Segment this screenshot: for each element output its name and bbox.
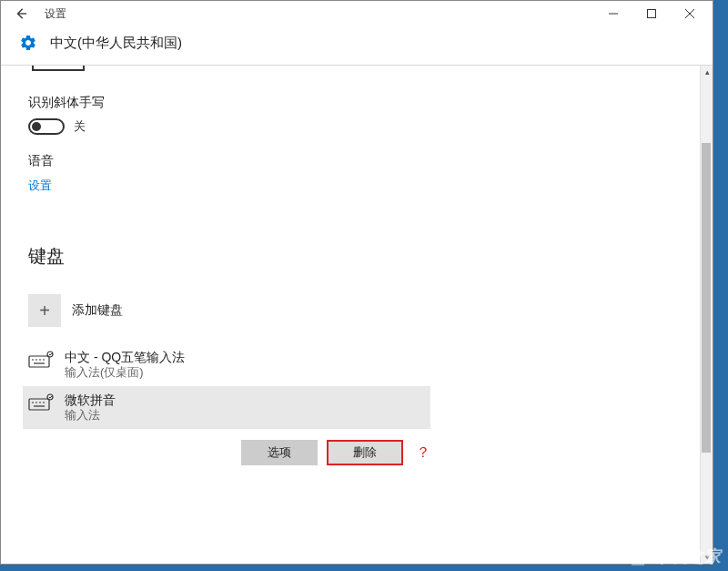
partial-element: [32, 66, 85, 71]
ime-item-ms-pinyin[interactable]: 微软拼音 输入法: [23, 386, 430, 429]
content-area: 识别斜体手写 关 语音 设置 键盘 + 添加键盘: [1, 66, 713, 564]
ime-name: 中文 - QQ五笔输入法: [65, 349, 185, 365]
voice-settings-link[interactable]: 设置: [28, 178, 52, 194]
add-keyboard-row[interactable]: + 添加键盘: [28, 294, 685, 327]
page-title: 中文(中华人民共和国): [50, 35, 182, 52]
svg-rect-11: [29, 399, 49, 410]
maximize-button[interactable]: [632, 1, 671, 26]
page-header: 中文(中华人民共和国): [1, 26, 713, 66]
ime-item-qq[interactable]: 中文 - QQ五笔输入法 输入法(仅桌面): [28, 343, 685, 386]
ime-actions: 选项 删除 ？: [28, 429, 430, 465]
toggle-knob: [32, 122, 41, 131]
window-controls: [594, 1, 709, 26]
options-button[interactable]: 选项: [241, 440, 318, 465]
scroll-up-icon[interactable]: ▴: [701, 66, 713, 78]
annotation-question: ？: [416, 444, 430, 463]
gear-icon: [19, 34, 37, 52]
add-keyboard-label: 添加键盘: [72, 302, 123, 319]
handwriting-toggle[interactable]: [28, 118, 65, 135]
svg-point-10: [47, 352, 53, 357]
keyboard-heading: 键盘: [28, 244, 685, 269]
back-button[interactable]: [5, 1, 37, 26]
ime-name: 微软拼音: [65, 392, 116, 408]
svg-rect-4: [29, 356, 49, 367]
handwriting-toggle-row: 关: [28, 118, 685, 135]
keyboard-icon: [28, 393, 54, 412]
ime-subtitle: 输入法(仅桌面): [65, 365, 185, 381]
scrollbar-thumb[interactable]: [702, 143, 711, 453]
scrollbar[interactable]: ▴ ▾: [700, 66, 713, 564]
settings-window: 设置 中文(中华人民共和国) 识别斜体手写 关 语音 设置 键盘 + 添加键盘: [0, 0, 713, 565]
toggle-state-label: 关: [74, 118, 86, 135]
scroll-down-icon[interactable]: ▾: [701, 551, 713, 564]
voice-label: 语音: [28, 153, 685, 169]
svg-rect-1: [648, 10, 656, 18]
svg-point-17: [47, 394, 53, 400]
window-title: 设置: [45, 6, 66, 22]
minimize-button[interactable]: [594, 1, 632, 26]
plus-icon: +: [28, 294, 61, 327]
keyboard-icon: [28, 351, 54, 369]
remove-button[interactable]: 删除: [327, 440, 403, 465]
handwriting-label: 识别斜体手写: [28, 95, 685, 111]
close-button[interactable]: [671, 1, 709, 26]
ime-subtitle: 输入法: [65, 408, 116, 423]
titlebar: 设置: [1, 1, 713, 26]
